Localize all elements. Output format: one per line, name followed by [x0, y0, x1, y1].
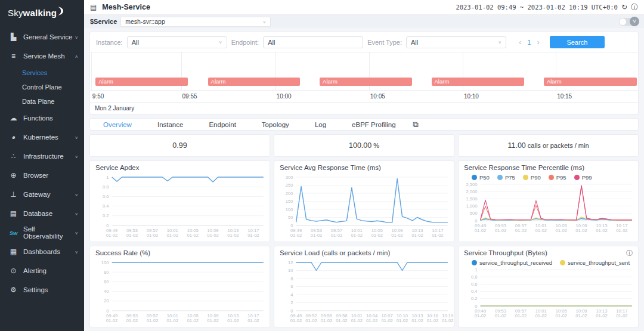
tab-overview[interactable]: Overview [103, 121, 132, 128]
svg-text:80: 80 [104, 270, 109, 275]
legend-item-p90[interactable]: P90 [523, 174, 541, 181]
sidebar-item-alerting[interactable]: ⊙Alerting [0, 261, 84, 280]
sidebar-item-label: Gateway [23, 191, 50, 198]
instance-select[interactable]: All ∨ [127, 36, 227, 48]
svg-text:0.8: 0.8 [471, 274, 478, 280]
legend-item-p99[interactable]: P99 [574, 174, 592, 181]
timeline-gridline [91, 52, 92, 90]
legend-label: service_throughput_received [479, 259, 552, 266]
legend-item-service-throughput-sent[interactable]: service_throughput_sent [560, 259, 630, 266]
sidebar-item-general-service[interactable]: ▙General Service∨ [0, 27, 84, 47]
grid-icon: ▦ [8, 248, 18, 256]
time-range[interactable]: 2023-01-02 09:49 ~ 2023-01-02 10:19 [456, 4, 587, 11]
sidebar: Skywalking ▙General Service∨≡Service Mes… [0, 0, 84, 331]
alarm-bar[interactable]: Alarm [544, 78, 637, 86]
svg-text:01-02: 01-02 [495, 228, 506, 234]
legend-label: P75 [505, 174, 515, 181]
timeline-ticks: 9:5009:5510:0010:0510:1010:15 [90, 90, 638, 102]
collapse-sidebar-icon[interactable]: ▤ [90, 3, 97, 11]
svg-text:01-02: 01-02 [207, 233, 218, 239]
search-button[interactable]: Search [550, 36, 605, 48]
sidebar-item-gateway[interactable]: ⊥Gateway∨ [0, 185, 84, 204]
legend-item-service-throughput-received[interactable]: service_throughput_received [472, 259, 552, 266]
info-icon[interactable]: ⓘ [631, 4, 638, 11]
chevron-down-icon: ∨ [75, 249, 78, 254]
tab-ebpf-profiling[interactable]: eBPF Profiling [352, 121, 396, 128]
chevron-down-icon: ∨ [75, 230, 78, 235]
sidebar-item-services[interactable]: Services [0, 66, 84, 80]
copy-dashboard-icon[interactable]: ⧉ [413, 120, 419, 129]
svg-text:01-02: 01-02 [616, 314, 627, 319]
event-type-select[interactable]: All ∨ [406, 36, 506, 48]
tab-endpoint[interactable]: Endpoint [209, 121, 236, 128]
alarm-bar[interactable]: Alarm [208, 78, 300, 86]
service-select[interactable]: mesh-svr::app ∨ [120, 17, 271, 27]
sidebar-item-data-plane[interactable]: Data Plane [0, 94, 84, 109]
svg-text:200: 200 [286, 191, 293, 196]
sidebar-item-browser[interactable]: ⊕Browser [0, 166, 84, 185]
tab-log[interactable]: Log [315, 121, 326, 128]
legend-dot [574, 175, 580, 180]
legend-label: P50 [479, 174, 490, 181]
chart-header: Service Response Time Percentile (ms) [459, 161, 638, 174]
page-title: Mesh-Service [102, 3, 150, 11]
view-toggle[interactable]: V [619, 18, 638, 26]
toggle-knob [620, 18, 626, 25]
sidebar-item-infrastructure[interactable]: ∴Infrastructure∨ [0, 147, 84, 166]
sidebar-item-self-observability[interactable]: SwSelf Observability∨ [0, 223, 84, 242]
pagination: ‹ 1 › [519, 38, 540, 46]
alarm-bar[interactable]: Alarm [320, 78, 412, 86]
alarm-bar[interactable]: Alarm [95, 78, 188, 86]
legend-item-p75[interactable]: P75 [497, 174, 515, 181]
sidebar-item-service-mesh[interactable]: ≡Service Mesh∧ [0, 47, 84, 66]
sidebar-item-settings[interactable]: ⚙Settings [0, 280, 84, 299]
topbar-right: 2023-01-02 09:49 ~ 2023-01-02 10:19 UTC+… [456, 4, 638, 11]
endpoint-input[interactable] [263, 36, 363, 48]
sidebar-item-dashboards[interactable]: ▦Dashboards∨ [0, 242, 84, 261]
sidebar-item-label: Kubernetes [23, 134, 58, 141]
service-variable-label: $Service [90, 18, 117, 25]
timeline-tick-label: 10:10 [464, 93, 479, 100]
next-page-icon[interactable]: › [537, 38, 539, 46]
sidebar-item-functions[interactable]: ☁Functions [0, 109, 84, 128]
metric-unit: % [373, 142, 379, 149]
svg-text:01-02: 01-02 [371, 233, 382, 239]
refresh-icon[interactable]: ↻ [621, 4, 627, 11]
legend-item-p50[interactable]: P50 [472, 174, 490, 181]
dots-icon: ∴ [8, 152, 18, 160]
sidebar-item-label: Control Plane [22, 83, 62, 91]
legend-item-p95[interactable]: P95 [549, 174, 566, 181]
svcbar-right: V [619, 18, 638, 26]
sidebar-item-kubernetes[interactable]: ◕Kubernetes∨ [0, 128, 84, 147]
toggle-v-badge: V [630, 17, 639, 26]
tab-topology[interactable]: Topology [262, 121, 289, 128]
sidebar-item-control-plane[interactable]: Control Plane [0, 80, 84, 94]
dashboard-tabs: OverviewInstanceEndpointTopologyLogeBPF … [89, 118, 639, 131]
layers-icon: ≡ [8, 52, 18, 60]
svg-text:01-02: 01-02 [596, 228, 607, 234]
sidebar-item-label: General Service [23, 33, 72, 41]
tab-instance[interactable]: Instance [157, 121, 183, 128]
alarm-bar[interactable]: Alarm [432, 78, 524, 86]
chart-title: Success Rate (%) [95, 249, 150, 256]
svg-text:40: 40 [104, 289, 109, 294]
svg-text:01-02: 01-02 [475, 228, 486, 234]
logo-text: Sky [8, 8, 23, 18]
chart-plot: 05010015020025030009:4901-0209:5301-0209… [274, 174, 454, 239]
legend-label: service_throughput_sent [568, 259, 630, 266]
svg-text:100: 100 [101, 260, 109, 265]
metric-card: 11.00calls or packets / min [458, 134, 639, 157]
chevron-down-icon: ∨ [262, 19, 266, 23]
sw-icon: Sw [8, 230, 18, 236]
info-icon[interactable]: ⓘ [626, 250, 633, 256]
service-selector-bar: $Service mesh-svr::app ∨ V [84, 15, 644, 28]
chart-header: Success Rate (%) [90, 246, 270, 259]
page-number[interactable]: 1 [527, 39, 531, 46]
bar-chart-icon: ▙ [8, 33, 18, 41]
chart-plot: 00.20.40.60.8109:4901-0209:5301-0209:570… [90, 174, 270, 239]
sidebar-item-database[interactable]: ▤Database∨ [0, 204, 84, 223]
svg-text:01-02: 01-02 [351, 233, 363, 239]
prev-page-icon[interactable]: ‹ [519, 38, 521, 46]
globe-icon: ⊕ [8, 171, 18, 180]
svg-text:01-02: 01-02 [126, 318, 138, 324]
